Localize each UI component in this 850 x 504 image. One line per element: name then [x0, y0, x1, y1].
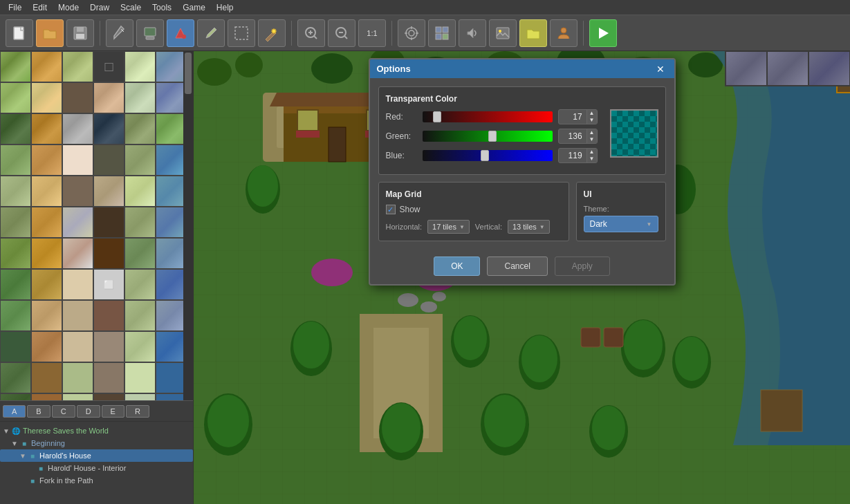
tile-cell[interactable]	[124, 113, 156, 144]
tile-cell[interactable]	[124, 51, 156, 82]
tile-cell[interactable]	[124, 176, 156, 207]
tile-cell[interactable]	[31, 82, 62, 113]
tab-e[interactable]: E	[102, 405, 124, 418]
puzzle-button[interactable]	[428, 19, 456, 47]
bucket-button[interactable]	[167, 19, 194, 47]
tile-cell[interactable]	[31, 51, 62, 82]
green-thumb[interactable]	[488, 131, 497, 142]
tab-r[interactable]: R	[126, 405, 149, 418]
tile-cell[interactable]	[62, 51, 93, 82]
tile-cell[interactable]	[156, 331, 183, 362]
tile-cell[interactable]	[156, 82, 183, 113]
blue-up[interactable]: ▲	[587, 149, 597, 156]
wand-button[interactable]	[258, 19, 286, 47]
zoom-out-button[interactable]	[328, 19, 355, 47]
target-button[interactable]	[398, 19, 425, 47]
tile-cell[interactable]	[156, 269, 183, 300]
vertical-select[interactable]: 13 tiles ▼	[508, 220, 550, 234]
tab-d[interactable]: D	[77, 405, 100, 418]
tile-cell[interactable]	[0, 238, 31, 269]
tile-cell[interactable]	[124, 393, 156, 400]
tile-cell[interactable]	[62, 82, 93, 113]
tile-cell[interactable]	[156, 393, 183, 400]
tile-cell[interactable]	[156, 113, 183, 144]
char-button[interactable]	[550, 19, 578, 47]
zoom-1x-button[interactable]: 1:1	[358, 19, 386, 47]
volume-button[interactable]	[459, 19, 486, 47]
tree-item-world[interactable]: ▼ 🌐 Therese Saves the World	[0, 424, 193, 437]
new-button[interactable]	[6, 19, 33, 47]
menu-help[interactable]: Help	[211, 1, 239, 14]
tile-cell[interactable]	[0, 207, 31, 238]
tile-cell[interactable]	[124, 300, 156, 331]
tile-cell[interactable]	[156, 207, 183, 238]
tile-cell[interactable]	[31, 144, 62, 176]
tile-cell[interactable]	[124, 238, 156, 269]
expand-icon[interactable]: ▼	[3, 427, 11, 435]
tree-item-harolds-house[interactable]: ▼ ■ Harold's House	[0, 449, 193, 462]
tile-cell[interactable]	[93, 362, 124, 393]
expand-icon[interactable]: ▼	[19, 452, 28, 460]
tile-cell[interactable]	[124, 269, 156, 300]
tile-cell[interactable]: ⬜	[93, 269, 124, 300]
horizontal-select[interactable]: 17 tiles ▼	[427, 220, 470, 234]
red-down[interactable]: ▼	[587, 117, 597, 124]
tile-cell[interactable]	[93, 82, 124, 113]
tile-cell[interactable]	[0, 269, 31, 300]
tree-item-harolds-interior[interactable]: ■ Harold' House - Interior	[0, 462, 193, 474]
stamp-button[interactable]	[136, 19, 164, 47]
palette-scroll-thumb[interactable]	[185, 53, 192, 94]
green-slider[interactable]	[423, 131, 553, 142]
red-up[interactable]: ▲	[587, 110, 597, 117]
blue-slider[interactable]	[423, 150, 553, 161]
tile-cell[interactable]	[62, 238, 93, 269]
green-up[interactable]: ▲	[587, 129, 597, 136]
pencil-button[interactable]	[106, 19, 133, 47]
open-button[interactable]	[36, 19, 64, 47]
tile-cell[interactable]	[93, 393, 124, 400]
tile-cell[interactable]	[62, 269, 93, 300]
map-canvas[interactable]: Options ✕ Transparent Color	[194, 51, 850, 504]
tile-cell[interactable]	[0, 300, 31, 331]
save-button[interactable]	[66, 19, 94, 47]
tile-cell[interactable]	[93, 144, 124, 176]
menu-scale[interactable]: Scale	[115, 1, 147, 14]
menu-tools[interactable]: Tools	[147, 1, 177, 14]
zoom-in-button[interactable]	[297, 19, 325, 47]
tile-cell[interactable]	[124, 144, 156, 176]
tile-cell[interactable]	[93, 238, 124, 269]
tile-cell[interactable]	[124, 207, 156, 238]
eyedrop-button[interactable]	[197, 19, 225, 47]
tile-cell[interactable]	[156, 300, 183, 331]
tree-item-beginning[interactable]: ▼ ■ Beginning	[0, 437, 193, 449]
expand-icon[interactable]: ▼	[11, 440, 19, 447]
blue-thumb[interactable]	[481, 150, 489, 161]
tab-a[interactable]: A	[3, 405, 26, 418]
tile-cell[interactable]	[62, 176, 93, 207]
tile-cell[interactable]	[31, 300, 62, 331]
tile-cell[interactable]	[62, 144, 93, 176]
tile-cell[interactable]	[31, 113, 62, 144]
tile-cell[interactable]	[93, 300, 124, 331]
tile-cell[interactable]	[156, 238, 183, 269]
tile-cell[interactable]: □	[93, 51, 124, 82]
tile-cell[interactable]	[62, 393, 93, 400]
tile-cell[interactable]	[31, 238, 62, 269]
tab-c[interactable]: C	[52, 405, 75, 418]
tile-cell[interactable]	[0, 82, 31, 113]
red-slider[interactable]	[423, 111, 553, 122]
tile-cell[interactable]	[0, 362, 31, 393]
tile-cell[interactable]	[93, 207, 124, 238]
tile-cell[interactable]	[62, 300, 93, 331]
tile-cell[interactable]	[124, 331, 156, 362]
tile-cell[interactable]	[156, 362, 183, 393]
blue-down[interactable]: ▼	[587, 156, 597, 162]
tile-cell[interactable]	[31, 269, 62, 300]
tile-cell[interactable]	[0, 393, 31, 400]
tile-cell[interactable]	[62, 113, 93, 144]
tile-cell[interactable]	[156, 51, 183, 82]
tile-cell[interactable]	[0, 176, 31, 207]
image-button[interactable]	[489, 19, 517, 47]
tile-cell[interactable]	[93, 113, 124, 144]
tile-cell[interactable]	[124, 82, 156, 113]
